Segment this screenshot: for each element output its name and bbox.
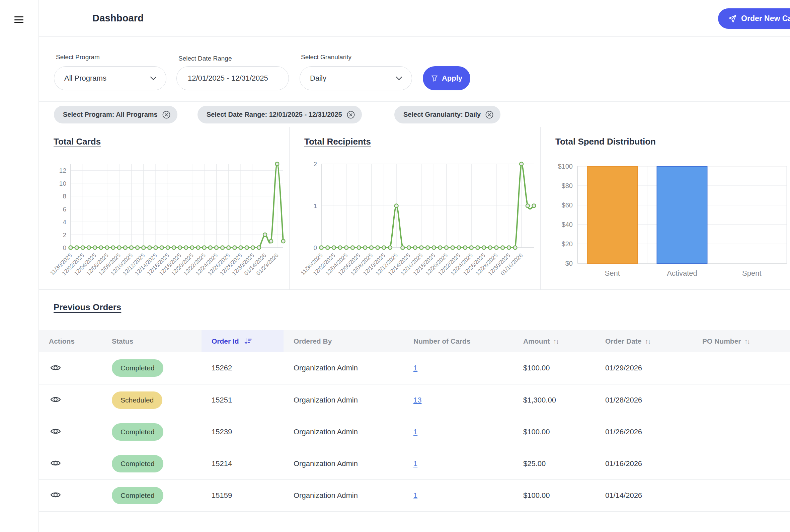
order-new-cards-label: Order New Cards <box>741 14 790 23</box>
previous-orders-heading: Previous Orders <box>54 302 121 312</box>
status-badge: Completed <box>112 423 163 441</box>
svg-text:Activated: Activated <box>667 269 697 278</box>
col-header-po-number[interactable]: PO Number↑↓ <box>692 330 790 352</box>
page-title: Dashboard <box>92 13 144 24</box>
po-number-cell <box>692 479 790 511</box>
table-row: Completed15214Organization Admin1$25.000… <box>39 448 790 479</box>
left-nav-rail <box>0 0 39 532</box>
filter-chip-program: Select Program: All Programs <box>54 106 177 124</box>
po-number-cell <box>692 448 790 479</box>
view-order-button[interactable] <box>49 490 62 501</box>
view-order-button[interactable] <box>49 426 62 438</box>
svg-text:$100: $100 <box>558 163 573 170</box>
svg-text:0: 0 <box>313 244 317 251</box>
sort-icon: ↑↓ <box>745 338 750 345</box>
col-header-order-date[interactable]: Order Date↑↓ <box>595 330 692 352</box>
col-header-actions: Actions <box>39 330 102 352</box>
granularity-filter-label: Select Granularity <box>301 54 352 61</box>
apply-button-label: Apply <box>442 74 462 83</box>
status-badge: Completed <box>112 487 163 504</box>
eye-icon <box>50 364 61 372</box>
filter-chip-date-range: Select Date Range: 12/01/2025 - 12/31/20… <box>198 106 362 124</box>
col-header-order-id[interactable]: Order Id <box>202 330 284 352</box>
view-order-button[interactable] <box>49 394 62 406</box>
chevron-down-icon <box>150 76 157 80</box>
amount-cell: $25.00 <box>513 448 595 479</box>
svg-text:2: 2 <box>62 231 66 239</box>
order-date-cell: 01/26/2026 <box>595 416 692 448</box>
number-of-cards-link[interactable]: 1 <box>413 459 417 468</box>
total-recipients-panel: Total Recipients 01211/30/202512/02/2025… <box>289 127 541 289</box>
number-of-cards-link[interactable]: 13 <box>413 396 421 404</box>
number-of-cards-link[interactable]: 1 <box>413 428 417 436</box>
number-of-cards-link[interactable]: 1 <box>413 491 417 499</box>
apply-filters-button[interactable]: Apply <box>423 66 470 90</box>
total-cards-title: Total Cards <box>54 136 101 147</box>
svg-text:Spent: Spent <box>742 269 761 278</box>
chip-remove-icon[interactable] <box>346 110 355 119</box>
table-row: Scheduled15251Organization Admin13$1,300… <box>39 384 790 416</box>
po-number-cell <box>692 384 790 416</box>
svg-text:1: 1 <box>313 203 317 209</box>
granularity-select[interactable]: Daily <box>300 66 412 90</box>
date-range-input[interactable]: 12/01/2025 - 12/31/2025 <box>176 66 289 90</box>
order-id-cell: 15239 <box>202 416 284 448</box>
ordered-by-cell: Organization Admin <box>284 352 403 384</box>
view-order-button[interactable] <box>49 362 62 374</box>
order-id-cell: 15214 <box>202 448 284 479</box>
svg-text:$80: $80 <box>562 182 573 189</box>
ordered-by-cell: Organization Admin <box>284 448 403 479</box>
eye-icon <box>50 427 61 435</box>
program-select-value: All Programs <box>54 74 107 83</box>
date-range-value: 12/01/2025 - 12/31/2025 <box>177 74 268 83</box>
order-new-cards-button[interactable]: Order New Cards <box>718 8 790 29</box>
eye-icon <box>50 491 61 499</box>
table-row: Completed15159Organization Admin1$100.00… <box>39 479 790 511</box>
col-header-amount[interactable]: Amount↑↓ <box>513 330 595 352</box>
send-plane-icon <box>728 14 737 23</box>
program-select[interactable]: All Programs <box>54 66 166 90</box>
date-range-filter-label: Select Date Range <box>178 55 232 62</box>
sort-icon: ↑↓ <box>645 338 651 345</box>
total-recipients-line-chart: 01211/30/202512/02/202512/04/202512/06/2… <box>289 147 541 288</box>
eye-icon <box>50 459 61 467</box>
svg-text:Sent: Sent <box>605 269 620 278</box>
svg-text:4: 4 <box>62 218 66 226</box>
granularity-select-value: Daily <box>300 74 326 83</box>
amount-cell: $100.00 <box>513 479 595 511</box>
order-date-cell: 01/29/2026 <box>595 352 692 384</box>
total-cards-line-chart: 02468101211/30/202512/02/202512/04/20251… <box>39 147 289 288</box>
order-id-cell: 15251 <box>202 384 284 416</box>
svg-text:$40: $40 <box>562 221 573 228</box>
svg-text:8: 8 <box>62 193 66 200</box>
svg-text:$20: $20 <box>562 240 573 248</box>
charts-section-divider <box>39 289 790 290</box>
previous-orders-table: Actions Status Order Id Ordered By Numbe… <box>39 330 790 512</box>
status-badge: Scheduled <box>112 392 162 409</box>
total-spend-bar-chart: $0$20$40$60$80$100SentActivatedSpent <box>541 144 790 288</box>
po-number-cell <box>692 416 790 448</box>
filter-funnel-icon <box>431 75 438 82</box>
table-header-row: Actions Status Order Id Ordered By Numbe… <box>39 330 790 352</box>
chip-text: Select Date Range: 12/01/2025 - 12/31/20… <box>207 111 342 118</box>
eye-icon <box>50 396 61 403</box>
hamburger-menu-icon[interactable] <box>14 16 23 23</box>
total-spend-panel: Total Spend Distribution $0$20$40$60$80$… <box>541 127 790 289</box>
chevron-down-icon <box>396 76 402 80</box>
chip-text: Select Program: All Programs <box>63 111 158 118</box>
chip-remove-icon[interactable] <box>485 110 494 119</box>
view-order-button[interactable] <box>49 458 62 470</box>
amount-cell: $100.00 <box>513 352 595 384</box>
svg-text:2: 2 <box>313 160 317 168</box>
number-of-cards-link[interactable]: 1 <box>413 364 417 372</box>
sort-icon: ↑↓ <box>553 338 558 345</box>
amount-cell: $100.00 <box>513 416 595 448</box>
po-number-cell <box>692 352 790 384</box>
order-id-cell: 15262 <box>202 352 284 384</box>
chip-remove-icon[interactable] <box>162 110 171 119</box>
status-badge: Completed <box>112 359 163 377</box>
svg-text:12: 12 <box>59 167 66 174</box>
filter-chip-granularity: Select Granularity: Daily <box>394 106 501 124</box>
amount-cell: $1,300.00 <box>513 384 595 416</box>
col-header-ordered-by: Ordered By <box>284 330 403 352</box>
